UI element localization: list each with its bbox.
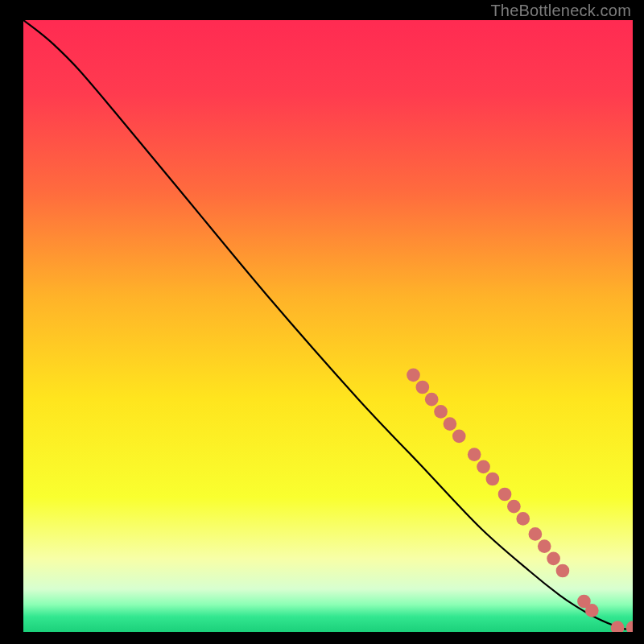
marker-dot <box>452 429 466 443</box>
marker-dot <box>547 551 560 565</box>
plot-area <box>23 20 633 632</box>
marker-dot <box>416 381 430 394</box>
marker-dot <box>425 393 439 407</box>
marker-dot <box>498 488 512 502</box>
marker-dot <box>585 604 599 617</box>
marker-dot <box>434 405 448 419</box>
marker-dot <box>556 564 570 578</box>
attribution-label: TheBottleneck.com <box>490 2 631 20</box>
marker-dot <box>486 473 500 486</box>
marker-dot <box>538 539 551 553</box>
marker-dot <box>529 527 543 541</box>
marker-dot <box>407 368 420 382</box>
chart-stage: TheBottleneck.com <box>0 0 644 644</box>
chart-svg <box>23 20 633 632</box>
marker-dot <box>477 460 490 473</box>
marker-dot <box>444 417 457 431</box>
marker-dot <box>507 500 521 514</box>
marker-dot <box>516 512 530 526</box>
marker-dot <box>468 448 481 461</box>
